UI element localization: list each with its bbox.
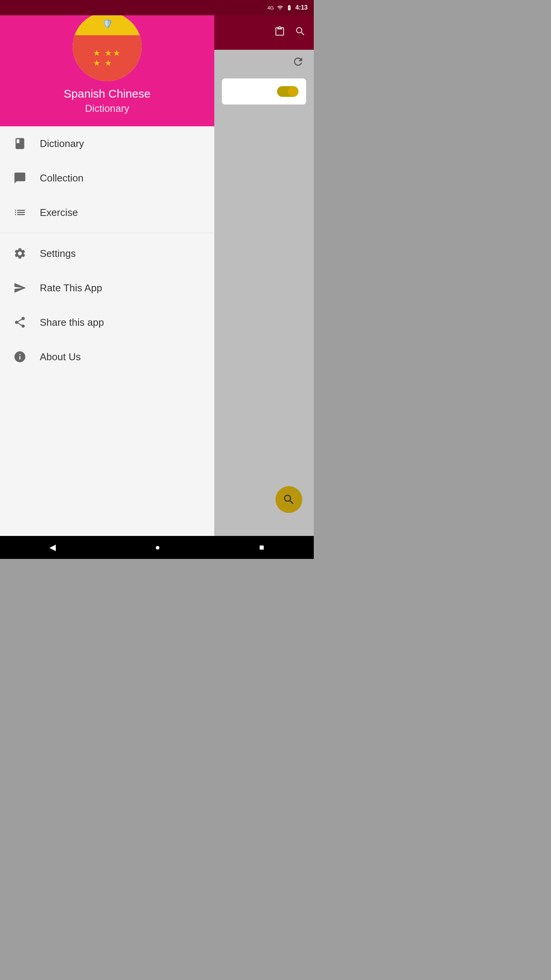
menu-item-about[interactable]: About Us <box>0 340 214 374</box>
dictionary-label: Dictionary <box>40 138 84 150</box>
app-title-line1: Spanish Chinese <box>64 87 151 100</box>
menu-item-settings[interactable]: Settings <box>0 236 214 271</box>
network-icon <box>277 5 283 11</box>
menu-divider <box>0 233 214 233</box>
bottom-navigation: ◀ ● ■ <box>0 536 314 559</box>
navigation-drawer: 🛡️ ★ ★★★ ★ Spanish Chinese Dictionary Di… <box>0 0 214 536</box>
menu-section: Dictionary Collection Exercise <box>0 126 214 536</box>
about-label: About Us <box>40 351 81 363</box>
menu-item-exercise[interactable]: Exercise <box>0 195 214 230</box>
recent-button[interactable]: ■ <box>259 542 264 552</box>
rate-label: Rate This App <box>40 282 102 294</box>
toggle-knob <box>288 87 298 96</box>
refresh-button[interactable] <box>292 56 304 70</box>
info-icon <box>12 350 28 363</box>
app-logo: 🛡️ ★ ★★★ ★ <box>73 12 142 81</box>
signal-icon: 4G <box>267 5 274 11</box>
send-icon <box>12 281 28 294</box>
clipboard-icon[interactable] <box>274 26 285 40</box>
chat-icon <box>12 172 28 185</box>
flag-stars: ★ ★★★ ★ <box>93 48 121 68</box>
right-panel-toolbar <box>214 15 314 50</box>
app-title-line2: Dictionary <box>85 103 129 114</box>
menu-item-share[interactable]: Share this app <box>0 305 214 340</box>
home-button[interactable]: ● <box>155 542 160 552</box>
toggle-switch[interactable] <box>277 86 298 97</box>
fab-search-button[interactable] <box>276 486 302 513</box>
gear-icon <box>12 247 28 260</box>
collection-label: Collection <box>40 172 83 184</box>
back-button[interactable]: ◀ <box>49 542 56 552</box>
toggle-section <box>214 71 314 112</box>
status-time: 4:13 <box>295 4 308 11</box>
search-icon-right[interactable] <box>295 26 306 40</box>
settings-label: Settings <box>40 248 76 260</box>
menu-item-dictionary[interactable]: Dictionary <box>0 126 214 161</box>
drawer-header: 🛡️ ★ ★★★ ★ Spanish Chinese Dictionary <box>0 0 214 126</box>
exercise-icon <box>12 206 28 219</box>
share-icon <box>12 316 28 329</box>
book-icon <box>12 137 28 150</box>
menu-item-collection[interactable]: Collection <box>0 161 214 195</box>
exercise-label: Exercise <box>40 207 78 219</box>
battery-icon <box>286 5 292 11</box>
share-label: Share this app <box>40 317 104 328</box>
menu-item-rate[interactable]: Rate This App <box>0 271 214 305</box>
flag-shield: 🛡️ <box>102 19 112 29</box>
status-bar: 4G 4:13 <box>0 0 314 15</box>
